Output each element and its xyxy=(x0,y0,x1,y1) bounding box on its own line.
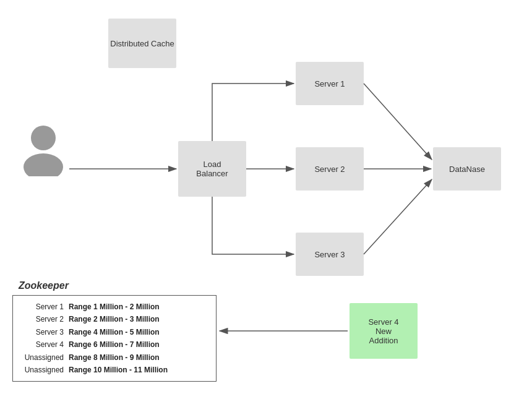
zk-range-1: Range 1 Million - 2 Million xyxy=(69,301,160,313)
svg-line-8 xyxy=(364,179,432,254)
datanase-node: DataNase xyxy=(433,147,501,191)
distributed-cache-node: Distributed Cache xyxy=(108,19,176,68)
zk-server-2: Server 2 xyxy=(19,313,64,325)
zk-row-6: Unassigned Range 10 Million - 11 Million xyxy=(19,364,210,376)
zk-row-4: Server 4 Range 6 Million - 7 Million xyxy=(19,338,210,351)
distributed-cache-label: Distributed Cache xyxy=(110,39,174,48)
zk-server-6: Unassigned xyxy=(19,364,64,376)
zk-range-5: Range 8 Million - 9 Million xyxy=(69,351,160,364)
zookeeper-table: Server 1 Range 1 Million - 2 Million Ser… xyxy=(12,295,217,382)
zk-range-4: Range 6 Million - 7 Million xyxy=(69,338,160,351)
server1-node: Server 1 xyxy=(296,62,364,105)
zk-range-3: Range 4 Million - 5 Million xyxy=(69,326,160,338)
server3-node: Server 3 xyxy=(296,233,364,276)
zk-server-4: Server 4 xyxy=(19,338,64,351)
server1-label: Server 1 xyxy=(314,79,345,88)
load-balancer-label: LoadBalancer xyxy=(196,160,228,178)
zk-server-1: Server 1 xyxy=(19,301,64,313)
zookeeper-title: Zookeeper xyxy=(19,280,235,291)
user-icon xyxy=(19,121,68,176)
server3-label: Server 3 xyxy=(314,250,345,259)
server2-node: Server 2 xyxy=(296,147,364,191)
svg-point-1 xyxy=(24,153,63,176)
server2-label: Server 2 xyxy=(314,165,345,174)
svg-line-6 xyxy=(364,84,432,160)
svg-point-0 xyxy=(31,126,56,150)
zk-server-3: Server 3 xyxy=(19,326,64,338)
zk-range-6: Range 10 Million - 11 Million xyxy=(69,364,168,376)
zk-row-3: Server 3 Range 4 Million - 5 Million xyxy=(19,326,210,338)
server4-new-label: Server 4NewAddition xyxy=(368,317,398,345)
zk-row-5: Unassigned Range 8 Million - 9 Million xyxy=(19,351,210,364)
zk-row-2: Server 2 Range 2 Million - 3 Million xyxy=(19,313,210,325)
load-balancer-node: LoadBalancer xyxy=(178,141,246,197)
zk-row-1: Server 1 Range 1 Million - 2 Million xyxy=(19,301,210,313)
server4-new-node: Server 4NewAddition xyxy=(350,303,418,359)
zk-server-5: Unassigned xyxy=(19,351,64,364)
zookeeper-section: Zookeeper Server 1 Range 1 Million - 2 M… xyxy=(12,280,235,382)
datanase-label: DataNase xyxy=(449,165,485,174)
zk-range-2: Range 2 Million - 3 Million xyxy=(69,313,160,325)
